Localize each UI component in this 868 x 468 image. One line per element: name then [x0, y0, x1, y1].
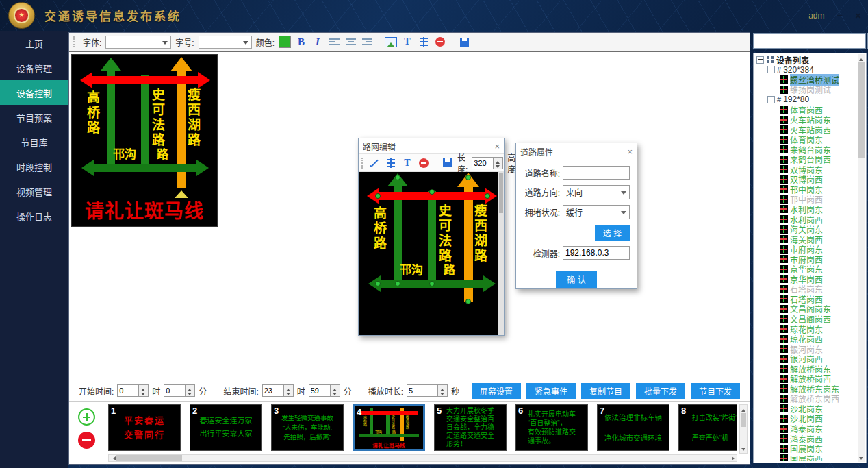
device-item[interactable]: 维扬岗测试	[755, 85, 857, 95]
playlist-horizontal-scrollbar[interactable]	[108, 454, 737, 462]
detector-input[interactable]	[563, 246, 630, 260]
delete-button[interactable]	[418, 157, 430, 169]
select-button[interactable]: 选 择	[595, 225, 630, 241]
control-point[interactable]	[395, 281, 400, 286]
draw-line-button[interactable]	[368, 157, 381, 169]
scroll-down-icon[interactable]	[740, 445, 747, 453]
program-thumbnail[interactable]: 8 打击改装“炸街” 严查严处“机	[678, 404, 737, 451]
program-thumbnail[interactable]: 5 大力开展秋冬季 交通安全整治百 日会战，全力稳 定道路交通安全 形势！	[434, 404, 507, 451]
road-editor-canvas[interactable]: 高桥路 史可法路 瘦西湖路 邗沟 路	[359, 172, 504, 335]
start-hour-input[interactable]	[117, 384, 138, 397]
end-minute-input[interactable]	[309, 384, 330, 397]
close-icon[interactable]: ×	[494, 141, 500, 151]
font-select[interactable]	[105, 36, 171, 49]
save-button[interactable]	[458, 36, 470, 48]
step-down-icon[interactable]	[186, 391, 194, 396]
minimize-icon[interactable]: −	[837, 10, 843, 21]
sidebar-item[interactable]: 时段控制	[0, 154, 68, 179]
step-down-icon[interactable]	[284, 391, 293, 396]
step-down-icon[interactable]	[331, 391, 340, 396]
control-point[interactable]	[485, 193, 490, 199]
start-minute-stepper[interactable]	[164, 384, 195, 397]
delete-button[interactable]	[434, 36, 446, 48]
start-hour-stepper[interactable]	[117, 384, 149, 397]
program-thumbnail[interactable]: 2 春运安全连万家 出行平安靠大家	[190, 404, 262, 451]
collapse-toggle-icon[interactable]	[767, 66, 775, 73]
control-point[interactable]	[465, 299, 471, 304]
confirm-button[interactable]: 确 认	[556, 271, 596, 288]
insert-text-button[interactable]: T	[401, 36, 413, 48]
duration-input[interactable]	[407, 384, 437, 397]
step-down-icon[interactable]	[438, 391, 447, 396]
road-network-button[interactable]	[418, 36, 430, 48]
insert-text-button[interactable]: T	[401, 157, 413, 169]
length-input[interactable]	[472, 157, 493, 169]
scroll-up-icon[interactable]	[858, 54, 865, 62]
control-point[interactable]	[395, 175, 400, 180]
road-middle-bar[interactable]	[428, 191, 436, 286]
copy-program-button[interactable]: 复制节目	[581, 383, 630, 399]
program-thumbnail-selected[interactable]: 4 高桥路 史可法路 瘦西湖路 邗沟 路 请礼让斑马线	[353, 404, 425, 451]
emergency-event-button[interactable]: 紧急事件	[526, 383, 576, 399]
scroll-left-icon[interactable]	[109, 455, 116, 461]
playlist-vertical-scrollbar[interactable]	[739, 404, 748, 454]
save-button[interactable]	[441, 157, 453, 169]
end-minute-stepper[interactable]	[309, 384, 340, 397]
close-icon[interactable]: ×	[627, 147, 633, 157]
start-minute-input[interactable]	[164, 384, 185, 397]
scroll-up-icon[interactable]	[740, 405, 747, 412]
road-name-input[interactable]	[563, 166, 630, 180]
sidebar-item[interactable]: 设备控制	[0, 80, 68, 105]
sidebar-item[interactable]: 节目预案	[0, 105, 68, 130]
end-hour-stepper[interactable]	[262, 384, 294, 397]
end-hour-input[interactable]	[262, 384, 283, 397]
control-point[interactable]	[465, 175, 471, 180]
program-canvas[interactable]: 高桥路 史可法路 瘦西湖路 邗沟 路 请礼让斑马线 路网编辑 × T	[69, 51, 750, 380]
step-down-icon[interactable]	[139, 391, 148, 396]
close-icon[interactable]: ×	[855, 10, 861, 21]
sidebar-item[interactable]: 主页	[0, 31, 68, 56]
batch-send-button[interactable]: 批量下发	[636, 383, 685, 399]
road-network-button[interactable]	[385, 157, 397, 169]
add-program-button[interactable]	[78, 408, 95, 426]
insert-image-button[interactable]	[385, 36, 397, 48]
program-send-button[interactable]: 节目下发	[691, 383, 740, 399]
step-up-icon[interactable]	[331, 385, 340, 391]
program-thumbnail[interactable]: 3 发生轻微交通事故 “人未伤，车能动, 先拍照，后撤离”	[271, 404, 344, 451]
editor-vertical-scrollbar[interactable]	[498, 172, 504, 335]
program-thumbnail[interactable]: 7 依法治理非标车辆 净化城市交通环境	[597, 404, 669, 451]
control-point[interactable]	[429, 281, 435, 286]
screen-settings-button[interactable]: 屏幕设置	[472, 383, 521, 399]
control-point[interactable]	[429, 189, 435, 195]
font-size-select[interactable]	[199, 36, 252, 49]
collapse-toggle-icon[interactable]	[756, 56, 764, 64]
collapse-toggle-icon[interactable]	[767, 96, 775, 103]
congestion-select[interactable]: 缓行	[563, 205, 630, 219]
remove-program-button[interactable]	[78, 432, 95, 449]
dialog-titlebar[interactable]: 路网编辑 ×	[359, 138, 504, 154]
control-point[interactable]	[375, 281, 381, 286]
scroll-down-icon[interactable]	[858, 454, 865, 462]
sidebar-item[interactable]: 操作日志	[0, 204, 68, 228]
tree-vertical-scrollbar[interactable]	[858, 54, 865, 462]
color-swatch[interactable]	[279, 36, 291, 48]
align-left-button[interactable]	[328, 36, 340, 48]
align-center-button[interactable]	[344, 36, 357, 48]
italic-button[interactable]: I	[311, 36, 324, 48]
duration-stepper[interactable]	[407, 384, 448, 397]
scroll-right-icon[interactable]	[729, 455, 737, 461]
tree-root[interactable]: 设备列表	[755, 55, 857, 65]
step-up-icon[interactable]	[438, 385, 447, 391]
sidebar-item[interactable]: 节目库	[0, 130, 68, 154]
road-direction-select[interactable]: 来向	[563, 185, 630, 199]
align-right-button[interactable]	[361, 36, 373, 48]
bold-button[interactable]: B	[295, 36, 307, 48]
sidebar-item[interactable]: 设备管理	[0, 56, 68, 80]
dialog-titlebar[interactable]: 道路属性 ×	[516, 143, 637, 160]
program-thumbnail[interactable]: 6 扎实开展电动车 “百日整治”， 有效预防道路交 通事故。	[515, 404, 588, 451]
step-up-icon[interactable]	[139, 385, 148, 391]
step-up-icon[interactable]	[186, 385, 194, 391]
step-up-icon[interactable]	[284, 385, 293, 391]
sidebar-item[interactable]: 视频管理	[0, 179, 68, 204]
device-search-input[interactable]	[753, 33, 866, 49]
